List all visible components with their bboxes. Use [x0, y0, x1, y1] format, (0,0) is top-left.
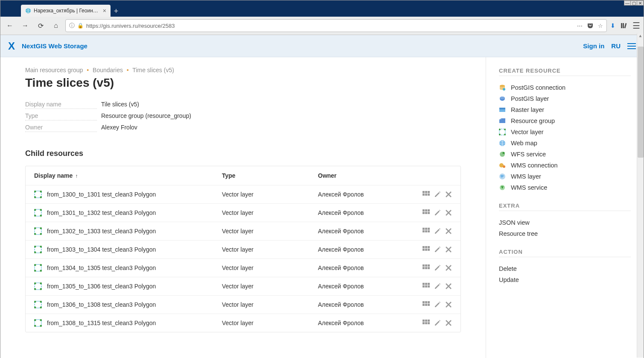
feature-table-icon[interactable] [423, 191, 430, 196]
vector-layer-icon [34, 246, 42, 253]
create-resource-item[interactable]: Resource group [499, 115, 631, 126]
row-name: from_1305_to_1306 test_clean3 Polygon [47, 283, 156, 290]
breadcrumb: Main resources group • Boundaries • Time… [25, 67, 461, 73]
row-name: from_1308_to_1315 test_clean3 Polygon [47, 320, 156, 326]
delete-icon[interactable] [445, 209, 452, 216]
delete-icon[interactable] [445, 246, 452, 253]
download-icon[interactable]: ⬇ [610, 22, 615, 29]
breadcrumb-mid[interactable]: Boundaries [93, 67, 123, 73]
new-tab-button[interactable]: + [111, 6, 122, 17]
create-resource-item[interactable]: Vector layer [499, 126, 631, 138]
menu-icon[interactable]: ☰ [632, 21, 640, 31]
window-maximize[interactable]: ▢ [630, 0, 637, 6]
reload-button[interactable]: ⟳ [35, 20, 47, 32]
resource-type-icon [499, 117, 506, 124]
app-logo[interactable]: X [8, 40, 15, 52]
create-resource-item[interactable]: WMS connection [499, 160, 631, 171]
edit-icon[interactable] [434, 301, 441, 308]
delete-icon[interactable] [445, 228, 452, 235]
edit-icon[interactable] [434, 320, 441, 326]
svg-point-16 [503, 88, 505, 91]
app-title[interactable]: NextGIS Web Storage [22, 42, 87, 50]
tab-title: Нарезка_октябрь | Геоинформа [34, 8, 100, 14]
meta-label-displayname: Display name [25, 101, 97, 109]
col-display-name[interactable]: Display name↑ [34, 172, 222, 179]
library-icon[interactable] [621, 22, 627, 29]
feature-table-icon[interactable] [423, 209, 430, 214]
action-item[interactable]: Update [499, 274, 631, 285]
create-resource-item[interactable]: PostGIS layer [499, 93, 631, 104]
table-row[interactable]: from_1305_to_1306 test_clean3 PolygonVec… [26, 277, 460, 295]
table-row[interactable]: from_1306_to_1308 test_clean3 PolygonVec… [26, 295, 460, 314]
lang-switch[interactable]: RU [611, 42, 621, 50]
meta-value-type: Resource group (resource_group) [101, 112, 191, 119]
extra-heading: EXTRA [499, 202, 631, 211]
bookmark-icon[interactable]: ☆ [598, 23, 603, 29]
page-title: Time slices (v5) [25, 76, 461, 90]
edit-icon[interactable] [434, 191, 441, 198]
delete-icon[interactable] [445, 264, 452, 271]
feature-table-icon[interactable] [423, 283, 430, 288]
scrollbar[interactable]: ▲ [637, 33, 644, 358]
row-owner: Алексей Фролов [318, 283, 409, 290]
sign-in-link[interactable]: Sign in [583, 42, 604, 50]
delete-icon[interactable] [445, 191, 452, 198]
breadcrumb-root[interactable]: Main resources group [25, 67, 83, 73]
more-icon[interactable]: ⋯ [577, 23, 583, 29]
create-resource-item[interactable]: WFS service [499, 149, 631, 160]
tab-close-icon[interactable]: × [103, 7, 106, 14]
forward-button[interactable]: → [19, 20, 31, 32]
browser-tab[interactable]: Нарезка_октябрь | Геоинформа × [21, 5, 111, 17]
pocket-icon[interactable] [587, 22, 594, 29]
table-row[interactable]: from_1308_to_1315 test_clean3 PolygonVec… [26, 314, 460, 332]
sort-asc-icon: ↑ [75, 173, 78, 179]
create-resource-item[interactable]: WMS service [499, 182, 631, 193]
extra-item[interactable]: Resource tree [499, 228, 631, 239]
extra-item[interactable]: JSON view [499, 217, 631, 228]
action-item[interactable]: Delete [499, 263, 631, 274]
table-row[interactable]: from_1302_to_1303 test_clean3 PolygonVec… [26, 222, 460, 240]
col-owner[interactable]: Owner [318, 172, 409, 179]
meta-value-displayname: Tile slices (v5) [101, 101, 139, 108]
back-button[interactable]: ← [4, 20, 16, 32]
home-button[interactable]: ⌂ [50, 20, 62, 32]
delete-icon[interactable] [445, 320, 452, 326]
create-item-label: Vector layer [511, 129, 544, 135]
table-row[interactable]: from_1300_to_1301 test_clean3 PolygonVec… [26, 185, 460, 203]
action-heading: ACTION [499, 249, 631, 257]
feature-table-icon[interactable] [423, 246, 430, 251]
create-resource-item[interactable]: Raster layer [499, 104, 631, 115]
create-resource-item[interactable]: PostGIS connection [499, 82, 631, 93]
create-item-label: PostGIS connection [511, 84, 565, 91]
edit-icon[interactable] [434, 264, 441, 271]
feature-table-icon[interactable] [423, 264, 430, 270]
feature-table-icon[interactable] [423, 320, 430, 325]
table-row[interactable]: from_1303_to_1304 test_clean3 PolygonVec… [26, 240, 460, 258]
feature-table-icon[interactable] [423, 301, 430, 306]
child-resources-heading: Child resources [25, 149, 461, 158]
window-controls: — ▢ ✕ [624, 0, 644, 6]
feature-table-icon[interactable] [423, 228, 430, 233]
edit-icon[interactable] [434, 283, 441, 290]
svg-point-25 [503, 165, 505, 168]
resource-type-icon [499, 106, 506, 113]
resource-type-icon [499, 84, 506, 91]
delete-icon[interactable] [445, 283, 452, 290]
window-minimize[interactable]: — [624, 0, 631, 6]
col-type[interactable]: Type [222, 172, 318, 179]
create-item-label: WMS layer [511, 173, 541, 180]
edit-icon[interactable] [434, 246, 441, 253]
svg-rect-12 [621, 23, 622, 28]
window-close[interactable]: ✕ [637, 0, 644, 6]
table-row[interactable]: from_1301_to_1302 test_clean3 PolygonVec… [26, 203, 460, 222]
table-row[interactable]: from_1304_to_1305 test_clean3 PolygonVec… [26, 258, 460, 277]
address-bar[interactable]: ⓘ 🔒 https://gis.runivers.ru/resource/258… [65, 19, 607, 32]
create-resource-item[interactable]: Web map [499, 138, 631, 149]
edit-icon[interactable] [434, 209, 441, 216]
delete-icon[interactable] [445, 301, 452, 308]
create-resource-item[interactable]: WMS layer [499, 171, 631, 182]
row-type: Vector layer [222, 228, 318, 235]
row-type: Vector layer [222, 191, 318, 198]
edit-icon[interactable] [434, 228, 441, 235]
hamburger-icon[interactable] [627, 43, 636, 49]
